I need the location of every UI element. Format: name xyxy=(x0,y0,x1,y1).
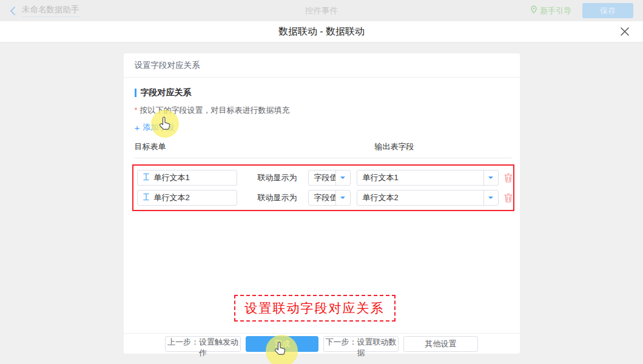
document-title[interactable]: 未命名数据助手 xyxy=(22,4,79,17)
section-title-label: 字段对应关系 xyxy=(141,87,192,98)
panel-footer: 上一步：设置触发动作 完成 下一步：设置联动数据 其他设置 xyxy=(124,333,520,354)
beginner-guide-label: 新手引导 xyxy=(540,5,571,16)
back-chevron-icon[interactable] xyxy=(10,6,16,16)
target-field-value: 单行文本2 xyxy=(154,192,190,203)
annotation-text: 设置联动字段对应关系 xyxy=(245,300,385,317)
next-step-button[interactable]: 下一步：设置联动数据 xyxy=(323,336,399,352)
text-field-icon xyxy=(143,173,150,183)
value-type-select[interactable]: 字段值 xyxy=(308,170,351,186)
section-accent-bar xyxy=(135,89,136,97)
target-field-input[interactable]: 单行文本2 xyxy=(137,190,237,206)
value-type-value: 字段值 xyxy=(309,172,335,183)
column-header-row: 目标表单 输出表字段 xyxy=(135,141,512,158)
output-field-select[interactable]: 单行文本1 xyxy=(357,170,499,186)
delete-row-icon[interactable] xyxy=(504,173,513,183)
value-type-value: 字段值 xyxy=(309,192,335,203)
output-field-value: 单行文本2 xyxy=(357,192,483,203)
prev-step-button[interactable]: 上一步：设置触发动作 xyxy=(165,336,241,352)
required-asterisk: * xyxy=(135,106,138,115)
column-target-label: 目标表单 xyxy=(135,142,166,151)
close-icon[interactable] xyxy=(620,27,630,36)
chevron-down-icon xyxy=(335,190,350,205)
beginner-guide-link[interactable]: 新手引导 xyxy=(530,5,571,16)
add-field-link[interactable]: + 添加字段 xyxy=(135,122,175,133)
column-output-label: 输出表字段 xyxy=(375,141,414,152)
annotation-callout: 设置联动字段对应关系 xyxy=(234,295,396,322)
delete-row-icon[interactable] xyxy=(504,193,513,203)
modal-body: 设置字段对应关系 字段对应关系 *按以下的字段设置，对目标表进行数据填充 + 添… xyxy=(0,42,643,364)
hint-label: 按以下的字段设置，对目标表进行数据填充 xyxy=(140,106,290,115)
other-settings-button[interactable]: 其他设置 xyxy=(403,336,478,352)
output-field-select[interactable]: 单行文本2 xyxy=(357,190,499,206)
add-field-label: 添加字段 xyxy=(143,122,174,133)
relation-label: 联动显示为 xyxy=(258,192,297,203)
chevron-down-icon xyxy=(483,190,498,205)
field-mapping-row: 单行文本2 联动显示为 字段值 单行文本2 xyxy=(137,190,513,206)
save-button[interactable]: 保存 xyxy=(582,3,633,18)
value-type-select[interactable]: 字段值 xyxy=(308,190,351,206)
map-pin-icon xyxy=(530,5,537,16)
target-field-value: 单行文本1 xyxy=(154,172,190,183)
relation-label: 联动显示为 xyxy=(258,172,297,183)
done-button[interactable]: 完成 xyxy=(246,336,318,352)
field-rows-group: 单行文本1 联动显示为 字段值 单行文本1 单行文本2 联动显示为 字段值 单行… xyxy=(132,164,514,211)
top-bar: 未命名数据助手 控件事件 新手引导 保存 xyxy=(0,0,643,21)
field-mapping-row: 单行文本1 联动显示为 字段值 单行文本1 xyxy=(137,170,513,186)
screen: 未命名数据助手 控件事件 新手引导 保存 数据联动 - 数据联动 设置字段对应关… xyxy=(0,0,643,364)
settings-panel: 设置字段对应关系 字段对应关系 *按以下的字段设置，对目标表进行数据填充 + 添… xyxy=(124,53,520,354)
modal-header: 数据联动 - 数据联动 xyxy=(0,21,643,42)
chevron-down-icon xyxy=(335,170,350,185)
target-field-input[interactable]: 单行文本1 xyxy=(137,170,237,186)
hint-text: *按以下的字段设置，对目标表进行数据填充 xyxy=(135,105,512,116)
output-field-value: 单行文本1 xyxy=(357,172,483,183)
panel-header: 设置字段对应关系 xyxy=(124,53,520,78)
chevron-down-icon xyxy=(483,170,498,185)
modal-title: 数据联动 - 数据联动 xyxy=(278,25,365,38)
plus-icon: + xyxy=(135,123,140,133)
text-field-icon xyxy=(143,193,150,203)
section-title: 字段对应关系 xyxy=(135,87,512,98)
